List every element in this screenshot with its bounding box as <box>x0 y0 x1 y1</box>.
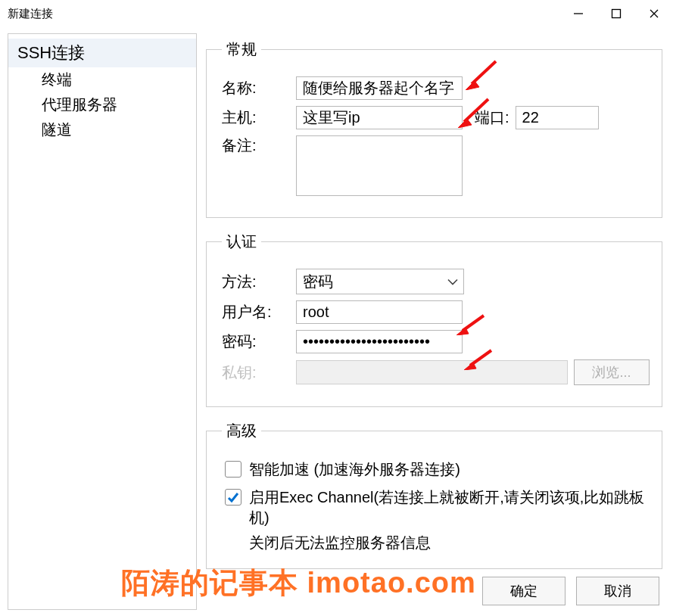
sidebar-item-proxy[interactable]: 代理服务器 <box>8 92 196 117</box>
remark-label: 备注: <box>222 135 290 156</box>
group-advanced-legend: 高级 <box>222 421 261 441</box>
host-input[interactable] <box>296 106 463 129</box>
smart-accel-label: 智能加速 (加速海外服务器连接) <box>249 459 460 480</box>
exec-channel-checkbox[interactable] <box>225 489 241 506</box>
username-input[interactable] <box>296 300 463 324</box>
browse-button[interactable]: 浏览... <box>574 359 650 385</box>
private-key-input <box>296 360 568 384</box>
minimize-button[interactable] <box>559 0 597 27</box>
remark-textarea[interactable] <box>296 135 463 196</box>
name-label: 名称: <box>222 78 290 98</box>
group-auth: 认证 方法: 密码 用户名: 密码: <box>206 232 662 407</box>
private-key-label: 私钥: <box>222 362 290 383</box>
username-label: 用户名: <box>222 302 290 322</box>
window-title: 新建连接 <box>8 7 53 21</box>
method-select[interactable]: 密码 <box>296 269 464 294</box>
ok-button[interactable]: 确定 <box>482 577 566 605</box>
exec-channel-note: 关闭后无法监控服务器信息 <box>249 533 650 553</box>
dialog-footer: 确定 取消 <box>482 577 659 605</box>
sidebar-item-tunnel[interactable]: 隧道 <box>8 117 196 142</box>
port-label: 端口: <box>475 107 509 128</box>
sidebar: SSH连接 终端 代理服务器 隧道 <box>8 33 197 610</box>
group-general-legend: 常规 <box>222 39 261 60</box>
exec-channel-label: 启用Exec Channel(若连接上就被断开,请关闭该项,比如跳板机) <box>249 487 650 528</box>
content-panel: 常规 名称: 主机: 端口: 备注: <box>201 27 673 616</box>
password-label: 密码: <box>222 331 290 352</box>
password-input[interactable] <box>296 330 463 353</box>
window-controls <box>559 0 673 27</box>
exec-channel-row[interactable]: 启用Exec Channel(若连接上就被断开,请关闭该项,比如跳板机) <box>225 487 650 528</box>
group-auth-legend: 认证 <box>222 232 261 252</box>
port-input[interactable] <box>516 106 599 129</box>
method-label: 方法: <box>222 272 290 292</box>
maximize-button[interactable] <box>597 0 635 27</box>
titlebar: 新建连接 <box>0 0 673 27</box>
sidebar-item-ssh[interactable]: SSH连接 <box>8 39 196 67</box>
smart-accel-row[interactable]: 智能加速 (加速海外服务器连接) <box>225 459 650 480</box>
group-general: 常规 名称: 主机: 端口: 备注: <box>206 39 662 218</box>
name-input[interactable] <box>296 76 463 100</box>
svg-rect-1 <box>612 10 621 18</box>
smart-accel-checkbox[interactable] <box>225 461 241 478</box>
host-label: 主机: <box>222 107 290 128</box>
sidebar-item-terminal[interactable]: 终端 <box>8 67 196 92</box>
group-advanced: 高级 智能加速 (加速海外服务器连接) 启用Exec Channel(若连接上就… <box>206 421 662 569</box>
cancel-button[interactable]: 取消 <box>576 577 659 605</box>
close-button[interactable] <box>635 0 673 27</box>
